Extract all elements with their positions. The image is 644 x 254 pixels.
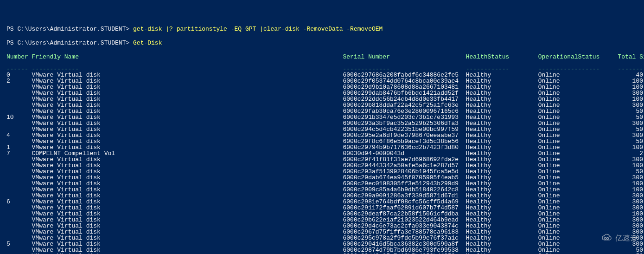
- command-text: get-disk |? partitionstyle -EQ GPT |clea…: [133, 26, 383, 33]
- command-line: PS C:\Users\Administrator.STUDENT> Get-D…: [6, 40, 644, 46]
- ps-prompt: PS C:\Users\Administrator.STUDENT>: [6, 39, 133, 46]
- command-text: Get-Disk: [133, 39, 162, 46]
- command-line: PS C:\Users\Administrator.STUDENT> get-d…: [6, 26, 644, 32]
- powershell-terminal[interactable]: PS C:\Users\Administrator.STUDENT> get-d…: [6, 26, 644, 254]
- ps-prompt: PS C:\Users\Administrator.STUDENT>: [6, 26, 133, 33]
